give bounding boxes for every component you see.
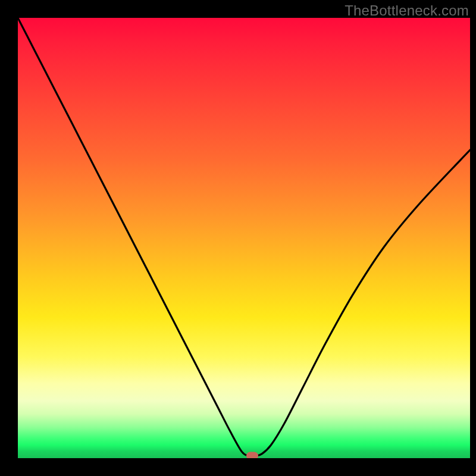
chart-frame: TheBottleneck.com: [0, 0, 476, 476]
watermark-text: TheBottleneck.com: [345, 2, 469, 19]
plot-area: [18, 18, 470, 458]
minimum-marker: [246, 452, 258, 458]
bottleneck-curve: [18, 18, 470, 458]
